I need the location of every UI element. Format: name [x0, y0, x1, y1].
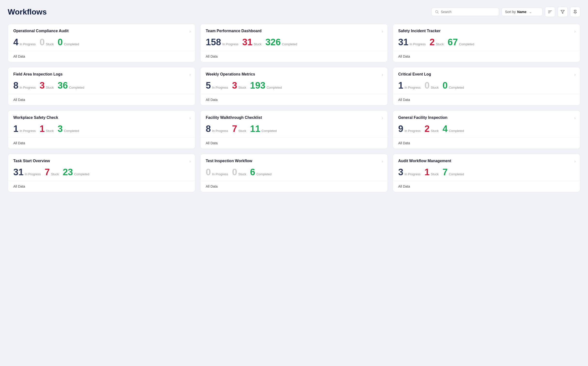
in-progress-label: In Progress: [20, 129, 36, 133]
in-progress-stat: 1 In Progress: [398, 81, 423, 90]
in-progress-count: 0: [206, 168, 211, 177]
card-footer[interactable]: All Data: [200, 51, 388, 62]
in-progress-stat: 5 In Progress: [206, 81, 231, 90]
card-title: Field Area Inspection Logs: [13, 72, 190, 76]
stuck-label: Stuck: [46, 129, 54, 133]
chevron-right-icon: ›: [574, 29, 576, 34]
completed-stat: 67 Completed: [448, 38, 477, 47]
all-data-link[interactable]: All Data: [206, 98, 218, 102]
all-data-link[interactable]: All Data: [398, 98, 410, 102]
card-footer[interactable]: All Data: [8, 94, 195, 105]
search-input[interactable]: [441, 10, 495, 14]
stuck-stat: 0 Stuck: [232, 168, 249, 177]
svg-marker-5: [561, 10, 565, 14]
workflow-card-operational-compliance-audit[interactable]: Operational Compliance Audit › 4 In Prog…: [8, 24, 195, 62]
card-stats: 1 In Progress 1 Stuck 3 Completed: [13, 124, 190, 133]
card-footer[interactable]: All Data: [200, 137, 388, 149]
completed-label: Completed: [449, 86, 464, 89]
card-footer[interactable]: All Data: [393, 137, 580, 149]
card-main: Safety Incident Tracker › 31 In Progress…: [393, 24, 580, 51]
stuck-count: 0: [425, 81, 430, 90]
workflow-card-workplace-safety-check[interactable]: Workplace Safety Check › 1 In Progress 1…: [8, 110, 195, 149]
in-progress-label: In Progress: [212, 86, 228, 89]
search-bar[interactable]: [431, 8, 499, 16]
workflow-card-safety-incident-tracker[interactable]: Safety Incident Tracker › 31 In Progress…: [393, 24, 580, 62]
card-footer[interactable]: All Data: [393, 51, 580, 62]
card-footer[interactable]: All Data: [200, 181, 388, 192]
card-footer[interactable]: All Data: [200, 94, 388, 105]
card-stats: 9 In Progress 2 Stuck 4 Completed: [398, 124, 575, 133]
completed-count: 0: [58, 38, 63, 47]
card-title: Task Start Overview: [13, 159, 190, 163]
stuck-stat: 0 Stuck: [40, 38, 56, 47]
completed-stat: 0 Completed: [58, 38, 81, 47]
card-footer[interactable]: All Data: [393, 181, 580, 192]
stuck-count: 3: [40, 81, 45, 90]
card-main: Facility Walkthrough Checklist › 8 In Pr…: [200, 111, 388, 137]
stuck-count: 3: [232, 81, 237, 90]
in-progress-count: 4: [13, 38, 18, 47]
workflow-card-general-facility-inspection[interactable]: General Facility Inspection › 9 In Progr…: [393, 110, 580, 149]
card-footer[interactable]: All Data: [393, 94, 580, 105]
sort-direction-button[interactable]: [545, 7, 555, 17]
all-data-link[interactable]: All Data: [398, 54, 410, 58]
card-title: General Facility Inspection: [398, 115, 575, 120]
chevron-right-icon: ›: [189, 29, 191, 34]
all-data-link[interactable]: All Data: [13, 98, 25, 102]
all-data-link[interactable]: All Data: [13, 54, 25, 58]
sort-control[interactable]: Sort by Name ⌄: [501, 8, 543, 16]
in-progress-stat: 8 In Progress: [13, 81, 38, 90]
completed-stat: 7 Completed: [442, 168, 466, 177]
card-title: Weekly Operations Metrics: [206, 72, 382, 76]
all-data-link[interactable]: All Data: [398, 141, 410, 145]
card-stats: 158 In Progress 31 Stuck 326 Completed: [206, 38, 382, 47]
completed-label: Completed: [449, 129, 464, 133]
workflow-card-team-performance-dashboard[interactable]: Team Performance Dashboard › 158 In Prog…: [200, 24, 388, 62]
stuck-label: Stuck: [238, 172, 246, 176]
stuck-label: Stuck: [51, 172, 59, 176]
completed-stat: 3 Completed: [58, 124, 81, 133]
completed-label: Completed: [262, 129, 277, 133]
all-data-link[interactable]: All Data: [206, 184, 218, 188]
all-data-link[interactable]: All Data: [206, 54, 218, 58]
pin-button[interactable]: [570, 7, 580, 17]
completed-stat: 36 Completed: [58, 81, 87, 90]
card-footer[interactable]: All Data: [8, 51, 195, 62]
in-progress-stat: 9 In Progress: [398, 124, 423, 133]
workflow-card-field-area-inspection-logs[interactable]: Field Area Inspection Logs › 8 In Progre…: [8, 67, 195, 106]
completed-label: Completed: [256, 172, 272, 176]
filter-button[interactable]: [558, 7, 568, 17]
card-footer[interactable]: All Data: [8, 137, 195, 149]
card-stats: 1 In Progress 0 Stuck 0 Completed: [398, 81, 575, 90]
stuck-label: Stuck: [431, 172, 439, 176]
all-data-link[interactable]: All Data: [13, 184, 25, 188]
card-main: Critical Event Log › 1 In Progress 0 Stu…: [393, 67, 580, 94]
stuck-count: 7: [232, 124, 237, 133]
completed-count: 23: [63, 168, 73, 177]
workflow-card-weekly-operations-metrics[interactable]: Weekly Operations Metrics › 5 In Progres…: [200, 67, 388, 106]
card-title: Test Inspection Workflow: [206, 159, 382, 163]
stuck-label: Stuck: [431, 129, 439, 133]
completed-label: Completed: [64, 129, 79, 133]
completed-stat: 11 Completed: [250, 124, 279, 133]
chevron-right-icon: ›: [189, 159, 191, 164]
in-progress-count: 8: [206, 124, 211, 133]
chevron-down-icon: ⌄: [529, 10, 532, 14]
page-header: Workflows Sort by Name ⌄: [8, 7, 580, 17]
stuck-label: Stuck: [254, 42, 262, 46]
stuck-count: 2: [425, 124, 430, 133]
workflow-card-critical-event-log[interactable]: Critical Event Log › 1 In Progress 0 Stu…: [393, 67, 580, 106]
workflow-card-facility-walkthrough-checklist[interactable]: Facility Walkthrough Checklist › 8 In Pr…: [200, 110, 388, 149]
workflow-card-test-inspection-workflow[interactable]: Test Inspection Workflow › 0 In Progress…: [200, 154, 388, 192]
stuck-label: Stuck: [238, 86, 246, 89]
workflow-card-audit-workflow-management[interactable]: Audit Workflow Management › 3 In Progres…: [393, 154, 580, 192]
chevron-right-icon: ›: [382, 29, 383, 34]
all-data-link[interactable]: All Data: [206, 141, 218, 145]
stuck-count: 7: [45, 168, 50, 177]
completed-label: Completed: [267, 86, 282, 89]
card-footer[interactable]: All Data: [8, 181, 195, 192]
all-data-link[interactable]: All Data: [13, 141, 25, 145]
all-data-link[interactable]: All Data: [398, 184, 410, 188]
chevron-right-icon: ›: [189, 115, 191, 121]
workflow-card-task-start-overview[interactable]: Task Start Overview › 31 In Progress 7 S…: [8, 154, 195, 192]
